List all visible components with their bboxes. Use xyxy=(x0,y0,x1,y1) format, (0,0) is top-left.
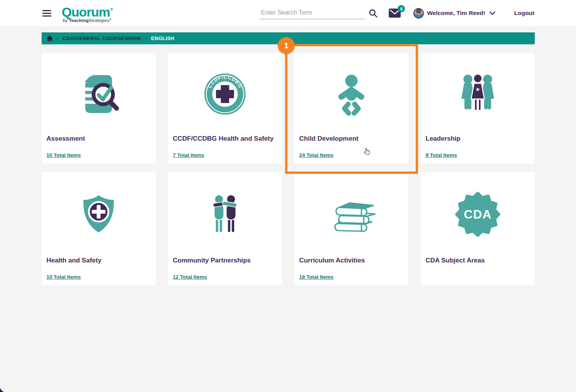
card-title: Community Partnerships xyxy=(173,257,277,264)
card-total-items-link[interactable]: 10 Total Items xyxy=(47,274,81,280)
search-icon xyxy=(368,8,378,18)
unread-count-badge: 6 xyxy=(398,5,405,12)
baby-icon xyxy=(329,71,374,117)
chevron-down-icon xyxy=(489,11,495,15)
menu-button[interactable] xyxy=(42,10,51,17)
card-health-and-safety[interactable]: Health and Safety 10 Total Items xyxy=(42,172,156,285)
card-total-items-link[interactable]: 18 Total Items xyxy=(299,274,334,280)
shield-cross-icon xyxy=(77,193,120,236)
logo-brand: Quorum® xyxy=(62,4,113,18)
card-icon-area xyxy=(426,53,530,135)
card-title: Assessment xyxy=(47,135,151,143)
search-button[interactable] xyxy=(368,8,378,18)
card-icon-area xyxy=(47,53,151,135)
menu-icon xyxy=(42,10,51,11)
card-title: Child Development xyxy=(299,135,403,143)
breadcrumb-home[interactable] xyxy=(47,35,53,41)
messages-button[interactable]: 6 xyxy=(388,8,401,18)
card-curriculum-activities[interactable]: Curriculum Activities 18 Total Items xyxy=(294,172,408,285)
page: Quorum® by TeachingStrategies® 6 Welcome… xyxy=(0,0,576,392)
card-total-items-link[interactable]: 10 Total Items xyxy=(47,152,81,158)
card-total-items-link[interactable]: 12 Total Items xyxy=(173,274,207,280)
card-icon-area xyxy=(299,172,403,257)
avatar xyxy=(413,8,424,19)
card-title: CCDF/CCDBG Health and Safety xyxy=(173,135,277,143)
book-stack-icon xyxy=(327,194,376,234)
card-title: Leadership xyxy=(426,135,530,143)
card-leadership[interactable]: Leadership 9 Total Items xyxy=(421,53,535,163)
breadcrumb-item-current: ENGLISH xyxy=(151,35,175,41)
app-header: Quorum® by TeachingStrategies® 6 Welcome… xyxy=(0,0,576,26)
card-title: Curriculum Activities xyxy=(299,257,403,264)
card-assessment[interactable]: Assessment 10 Total Items xyxy=(42,53,156,163)
assessment-document-search-icon xyxy=(76,71,122,117)
breadcrumb-separator: / xyxy=(57,35,59,41)
card-title: CDA Subject Areas xyxy=(426,257,530,264)
breadcrumb-separator: / xyxy=(145,35,147,41)
card-icon-area: CCDF/CCDBG xyxy=(173,53,277,135)
registered-mark: ® xyxy=(109,18,111,21)
svg-text:CDA: CDA xyxy=(463,207,492,221)
card-title: Health and Safety xyxy=(47,257,151,264)
ccdf-ccdbg-badge-icon: CCDF/CCDBG xyxy=(203,72,247,116)
quorum-logo[interactable]: Quorum® by TeachingStrategies® xyxy=(62,4,113,23)
search-input[interactable] xyxy=(260,7,365,19)
main-content: / CDA/GENERAL COURSEWORK / ENGLISH xyxy=(0,26,576,392)
cda-seal-icon: CDA xyxy=(455,192,500,237)
card-community-partnerships[interactable]: Community Partnerships 12 Total Items xyxy=(168,172,282,285)
annotation-step-badge: 1 xyxy=(278,37,295,54)
logout-link[interactable]: Logout xyxy=(514,10,534,17)
category-grid: Assessment 10 Total Items CCDF/CCDBG xyxy=(42,53,535,285)
card-icon-area xyxy=(173,172,277,257)
home-icon xyxy=(47,35,53,41)
partnership-people-icon xyxy=(203,193,247,236)
header-actions: 6 Welcome, Tim Reed! Logout xyxy=(260,7,534,19)
card-child-development[interactable]: Child Development 24 Total Items xyxy=(294,53,408,163)
breadcrumb-item-coursework[interactable]: CDA/GENERAL COURSEWORK xyxy=(62,35,141,41)
registered-mark: ® xyxy=(110,7,113,12)
card-total-items-link[interactable]: 24 Total Items xyxy=(299,152,334,158)
card-icon-area: CDA xyxy=(426,172,530,257)
card-icon-area xyxy=(299,53,403,135)
card-cda-subject-areas[interactable]: CDA CDA Subject Areas xyxy=(421,172,535,285)
logo-byline: by TeachingStrategies® xyxy=(62,18,113,23)
menu-icon-bar xyxy=(42,15,51,17)
window-corner xyxy=(0,386,6,392)
card-ccdf-ccdbg-health-and-safety[interactable]: CCDF/CCDBG CCDF/CCDBG Health and Safety … xyxy=(168,53,282,163)
leadership-group-icon xyxy=(453,73,502,115)
welcome-text: Welcome, Tim Reed! xyxy=(427,10,485,17)
card-icon-area xyxy=(47,172,151,257)
card-total-items-link[interactable]: 9 Total Items xyxy=(426,152,457,158)
menu-icon-bar xyxy=(42,13,51,14)
card-total-items-link[interactable]: 7 Total Items xyxy=(173,152,205,158)
user-menu[interactable]: Welcome, Tim Reed! xyxy=(413,8,495,19)
